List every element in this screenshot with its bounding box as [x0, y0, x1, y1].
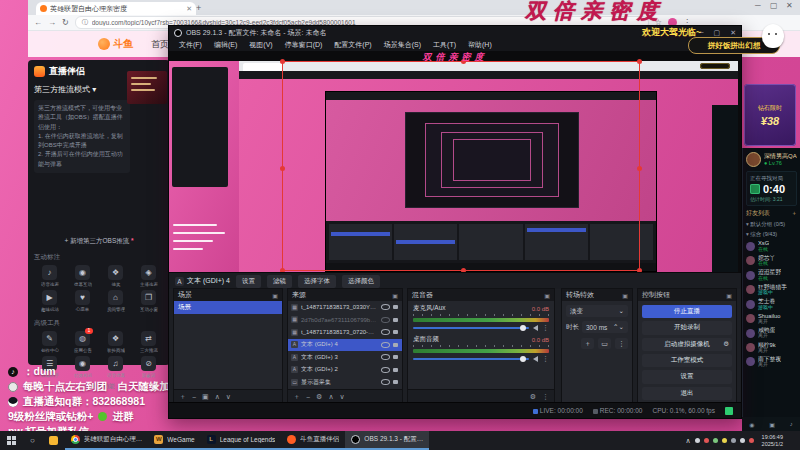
- context-filters-button[interactable]: 滤镜: [267, 275, 292, 288]
- browser-minimize-icon[interactable]: ─: [755, 1, 761, 10]
- tool-fun-play[interactable]: ▶趣味玩法: [34, 290, 65, 312]
- vcam-config-icon[interactable]: ⚙: [723, 340, 729, 348]
- desktop-volume-slider[interactable]: [413, 358, 529, 360]
- channel-menu-icon[interactable]: ⋮: [542, 355, 549, 363]
- friend-row[interactable]: 咸鸭蛋离开: [743, 326, 800, 340]
- friend-row[interactable]: XsG在线: [743, 239, 800, 253]
- menu-scene-collection[interactable]: 场景集合(S): [378, 40, 427, 50]
- visible-eye-icon[interactable]: [381, 367, 390, 373]
- tool-third-party-stream[interactable]: ⇄三方推流: [133, 331, 164, 353]
- taskbar-clock[interactable]: 19:06:49 2025/1/2: [758, 434, 787, 447]
- virtual-camera-button[interactable]: 启动虚拟摄像机⚙: [642, 338, 732, 351]
- voice-icon[interactable]: ♪: [790, 421, 793, 427]
- tray-expand-icon[interactable]: ∧: [685, 437, 690, 445]
- site-info-icon[interactable]: ⓘ: [82, 18, 88, 27]
- friend-group[interactable]: ▾ 综合 (9/43): [743, 229, 800, 239]
- context-settings-button[interactable]: 设置: [236, 275, 261, 288]
- spin-icons[interactable]: ⌃⌄: [613, 323, 624, 331]
- tray-icon[interactable]: [704, 438, 709, 443]
- transition-remove-icon[interactable]: ▭: [598, 338, 611, 349]
- start-recording-button[interactable]: 开始录制: [642, 321, 732, 334]
- promo-banner[interactable]: 钻石限时 ¥38: [744, 84, 796, 146]
- dock-popout-icon[interactable]: ▣: [272, 292, 278, 299]
- tab-close-icon[interactable]: ✕: [186, 5, 192, 13]
- transition-add-icon[interactable]: ＋: [581, 338, 594, 349]
- obs-preview-canvas[interactable]: 双倍亲密度: [169, 51, 741, 272]
- tray-icon[interactable]: [740, 438, 745, 443]
- source-remove-icon[interactable]: −: [306, 394, 310, 401]
- tool-room-manage[interactable]: ⌂房间管理: [100, 290, 131, 312]
- mixer-menu-icon[interactable]: ⋮: [542, 393, 549, 401]
- friend-row[interactable]: 迢迢星野在线: [743, 268, 800, 282]
- lock-icon[interactable]: [393, 343, 398, 347]
- friend-row[interactable]: Shuailuo离开: [743, 311, 800, 325]
- tool-mini-window[interactable]: ❐互动小窗: [133, 290, 164, 312]
- source-row-selected[interactable]: A文本 (GDI+) 4: [288, 339, 402, 352]
- source-row[interactable]: ▭显示器采集: [288, 376, 402, 389]
- friend-row[interactable]: 芝士卷游戏中: [743, 297, 800, 311]
- lock-icon[interactable]: [393, 318, 398, 322]
- browser-maximize-icon[interactable]: ▢: [770, 1, 778, 10]
- obs-close-icon[interactable]: ✕: [730, 29, 736, 37]
- mic-volume-slider[interactable]: [413, 327, 529, 329]
- source-row[interactable]: A文本 (GDI+) 3: [288, 351, 402, 364]
- transition-type-select[interactable]: 淡变⌄: [566, 305, 628, 317]
- visible-eye-icon[interactable]: [381, 329, 390, 335]
- menu-tools[interactable]: 工具(T): [427, 40, 462, 50]
- companion-promo-card[interactable]: [127, 71, 167, 104]
- friend-row[interactable]: 婠芯丫在线: [743, 253, 800, 267]
- dock-popout-icon[interactable]: ▣: [726, 292, 732, 299]
- lock-icon[interactable]: [393, 368, 398, 372]
- friend-row[interactable]: 顺柠9k离开: [743, 340, 800, 354]
- obs-maximize-icon[interactable]: ▢: [714, 29, 721, 37]
- stop-streaming-button[interactable]: 停止直播: [642, 305, 732, 318]
- friend-row[interactable]: 狂野喵猎手游戏中: [743, 282, 800, 296]
- source-down-icon[interactable]: ∨: [340, 393, 345, 401]
- back-icon[interactable]: ←: [34, 18, 42, 27]
- menu-file[interactable]: 文件(F): [173, 40, 208, 50]
- hidden-eye-icon[interactable]: [381, 317, 390, 323]
- settings-button[interactable]: 设置: [642, 370, 732, 383]
- source-row[interactable]: A文本 (GDI+) 2: [288, 364, 402, 377]
- tool-lottery[interactable]: ❖抽奖: [100, 265, 131, 287]
- menu-profile[interactable]: 配置文件(P): [328, 40, 377, 50]
- add-friend-icon[interactable]: ＋: [791, 209, 797, 218]
- reload-icon[interactable]: ↻: [62, 18, 69, 27]
- source-properties-icon[interactable]: ⚙: [316, 393, 322, 401]
- taskbar-app-wegame[interactable]: WWeGame: [148, 431, 200, 450]
- menu-edit[interactable]: 编辑(E): [208, 40, 243, 50]
- taskbar-app-lol[interactable]: LLeague of Legends: [201, 431, 282, 450]
- exit-button[interactable]: 退出: [642, 387, 732, 400]
- lock-icon[interactable]: [393, 305, 398, 309]
- speaker-icon[interactable]: [533, 325, 538, 331]
- social-icon[interactable]: ▣: [769, 421, 775, 428]
- menu-help[interactable]: 帮助(H): [462, 40, 498, 50]
- source-row[interactable]: ▦t_1487171838173_0720-透明B04 (1).png: [288, 326, 402, 339]
- friend-row[interactable]: 雨下整夜离开: [743, 355, 800, 369]
- friend-group[interactable]: ▾ 默认分组 (0/5): [743, 219, 800, 229]
- source-up-icon[interactable]: ∧: [328, 393, 333, 401]
- scene-up-icon[interactable]: ∧: [215, 393, 220, 401]
- new-tab-button[interactable]: +: [196, 3, 201, 13]
- duration-spinbox[interactable]: 300 ms⌃⌄: [582, 321, 628, 333]
- tool-wishlist[interactable]: ♥心愿单: [67, 290, 98, 312]
- context-font-button[interactable]: 选择字体: [298, 275, 336, 288]
- tool-app-notice[interactable]: ◍1应用公告: [67, 331, 98, 353]
- source-row[interactable]: ▦t_1487171838173_0330Y117 (23).gif: [288, 301, 402, 314]
- tool-voice-link[interactable]: ♪语音连麦: [34, 265, 65, 287]
- tray-icon[interactable]: [722, 438, 727, 443]
- explorer-button[interactable]: [42, 431, 65, 450]
- scene-item[interactable]: 场景: [174, 301, 282, 314]
- source-selection-frame[interactable]: [282, 61, 640, 271]
- browser-close-icon[interactable]: ✕: [786, 1, 793, 10]
- menu-docks[interactable]: 停靠窗口(D): [279, 40, 329, 50]
- dock-popout-icon[interactable]: ▣: [622, 292, 628, 299]
- scene-filter-icon[interactable]: ▣: [202, 393, 209, 401]
- scene-down-icon[interactable]: ∨: [226, 393, 231, 401]
- tray-icon[interactable]: [713, 438, 718, 443]
- browser-tab[interactable]: 英雄联盟自由心理亲密度 ✕: [36, 2, 196, 15]
- tool-danmu[interactable]: ◉弹幕互动: [67, 265, 98, 287]
- scene-add-icon[interactable]: ＋: [179, 392, 186, 402]
- source-add-icon[interactable]: ＋: [293, 392, 300, 402]
- lock-icon[interactable]: [393, 355, 398, 359]
